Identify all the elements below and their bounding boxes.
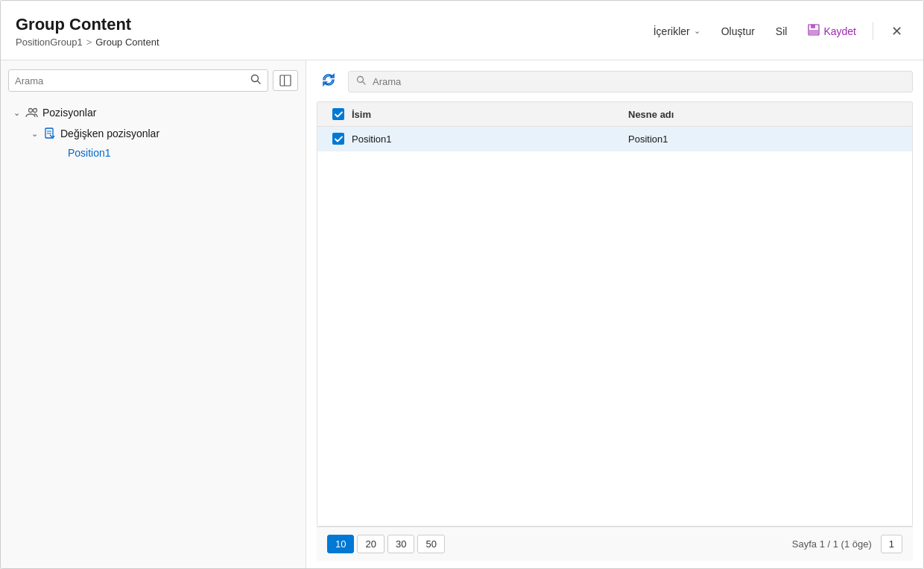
tree: ⌄ Pozisyonlar ⌄ — [8, 102, 298, 561]
tree-item-position1[interactable]: Position1 — [65, 144, 298, 162]
page-size-10[interactable]: 10 — [327, 535, 354, 553]
breadcrumb: PositionGroup1 > Group Content — [16, 37, 159, 48]
svg-line-4 — [258, 81, 261, 84]
header-checkbox-cell — [325, 108, 352, 120]
row-name: Position1 — [352, 133, 628, 145]
body: ⌄ Pozisyonlar ⌄ — [1, 60, 923, 568]
tree-label-position1: Position1 — [68, 147, 111, 159]
tree-item-degisken-pozisyonlar[interactable]: ⌄ Değişken pozisyonlar — [26, 123, 298, 144]
right-search-wrap — [348, 71, 913, 92]
svg-rect-6 — [284, 75, 285, 86]
row-checkbox-cell — [325, 133, 352, 145]
divider — [873, 22, 873, 40]
svg-line-13 — [363, 82, 366, 85]
search-input-wrap — [8, 69, 268, 92]
save-button[interactable]: Kaydet — [803, 21, 861, 41]
contents-button[interactable]: İçerikler ⌄ — [649, 22, 705, 40]
variable-positions-icon — [42, 126, 57, 141]
column-header-object: Nesne adı — [628, 109, 905, 120]
page-title: Group Content — [16, 15, 159, 34]
create-button[interactable]: Oluştur — [717, 22, 759, 40]
header-left: Group Content PositionGroup1 > Group Con… — [16, 15, 159, 48]
expand-icon-2: ⌄ — [29, 129, 39, 139]
tree-child-degisken: ⌄ Değişken pozisyonlar — [8, 123, 298, 162]
table-row[interactable]: Position1 Position1 — [317, 127, 912, 151]
positions-icon — [25, 105, 39, 120]
pagination: 10 20 30 50 Sayfa 1 / 1 (1 öge) 1 — [317, 526, 913, 561]
svg-rect-5 — [280, 75, 291, 86]
breadcrumb-current: Group Content — [95, 37, 159, 48]
svg-point-8 — [34, 109, 37, 113]
page-size-50[interactable]: 50 — [417, 535, 444, 553]
tree-child-position1: Position1 — [26, 144, 298, 162]
right-panel: İsim Nesne adı Position1 — [306, 60, 923, 568]
right-toolbar — [317, 69, 913, 94]
search-bar — [8, 69, 298, 92]
table-container: İsim Nesne adı Position1 — [317, 101, 913, 526]
tree-label-degisken: Değişken pozisyonlar — [60, 128, 159, 139]
collapse-panel-button[interactable] — [273, 70, 298, 91]
search-icon-button[interactable] — [250, 74, 262, 87]
left-panel: ⌄ Pozisyonlar ⌄ — [1, 60, 306, 568]
svg-rect-2 — [809, 30, 818, 34]
page-number-1[interactable]: 1 — [881, 535, 902, 553]
header-actions: İçerikler ⌄ Oluştur Sil Kaydet — [649, 20, 908, 43]
search-input[interactable] — [15, 75, 250, 87]
right-search-input[interactable] — [373, 76, 905, 87]
tree-label-pozisyonlar: Pozisyonlar — [42, 107, 96, 119]
column-header-name: İsim — [352, 109, 628, 120]
page-size-30[interactable]: 30 — [387, 535, 414, 553]
search-icon — [250, 74, 262, 85]
refresh-icon — [321, 72, 336, 87]
row-object-name: Position1 — [628, 133, 905, 145]
refresh-button[interactable] — [317, 69, 341, 94]
header: Group Content PositionGroup1 > Group Con… — [1, 1, 923, 60]
table-body: Position1 Position1 — [317, 127, 912, 526]
main-window: Group Content PositionGroup1 > Group Con… — [0, 0, 924, 569]
svg-point-7 — [29, 109, 33, 113]
tree-item-pozisyonlar[interactable]: ⌄ Pozisyonlar — [8, 102, 298, 123]
breadcrumb-separator: > — [86, 37, 92, 48]
table-header: İsim Nesne adı — [317, 102, 912, 127]
select-all-checkbox[interactable] — [332, 108, 344, 120]
close-button[interactable]: ✕ — [885, 20, 908, 43]
expand-icon: ⌄ — [11, 108, 22, 118]
right-search-icon — [356, 75, 367, 88]
row-checkbox[interactable] — [332, 133, 344, 145]
save-icon — [808, 24, 820, 38]
delete-button[interactable]: Sil — [771, 22, 792, 40]
chevron-down-icon: ⌄ — [694, 26, 700, 36]
page-size-20[interactable]: 20 — [357, 535, 384, 553]
page-info: Sayfa 1 / 1 (1 öge) — [448, 538, 872, 550]
svg-rect-1 — [811, 25, 815, 28]
breadcrumb-parent[interactable]: PositionGroup1 — [16, 37, 83, 48]
collapse-icon — [279, 75, 291, 87]
